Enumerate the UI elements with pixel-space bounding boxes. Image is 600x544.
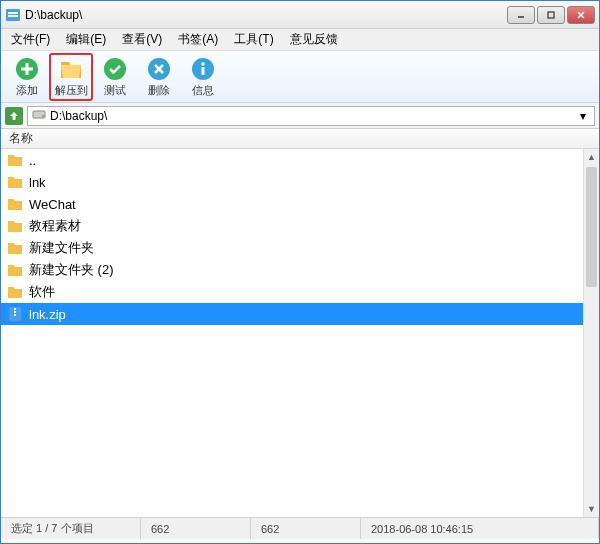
- column-name[interactable]: 名称: [9, 130, 33, 147]
- svg-rect-20: [14, 308, 16, 310]
- scroll-up-icon[interactable]: ▲: [584, 149, 599, 165]
- tool-extract-button[interactable]: 解压到: [49, 53, 93, 101]
- file-name: 软件: [29, 283, 55, 301]
- svg-rect-4: [548, 12, 554, 18]
- svg-rect-21: [14, 311, 16, 313]
- parent-folder-row[interactable]: ..: [1, 149, 599, 171]
- file-list: ..lnkWeChat教程素材新建文件夹新建文件夹 (2)软件lnk.zip ▲…: [1, 149, 599, 517]
- tool-delete-button[interactable]: 删除: [137, 53, 181, 101]
- folder-icon: [7, 196, 23, 212]
- folder-icon: [7, 284, 23, 300]
- add-icon: [14, 56, 40, 82]
- window-title: D:\backup\: [25, 8, 507, 22]
- statusbar: 选定 1 / 7 个项目 662 662 2018-06-08 10:46:15: [1, 517, 599, 539]
- tool-label: 信息: [192, 83, 214, 98]
- svg-rect-22: [14, 314, 16, 316]
- tool-add-button[interactable]: 添加: [5, 53, 49, 101]
- svg-rect-2: [8, 15, 18, 17]
- archive-icon: [7, 306, 23, 322]
- menu-item-5[interactable]: 意见反馈: [284, 29, 344, 50]
- info-icon: [190, 56, 216, 82]
- extract-icon: [58, 56, 84, 82]
- file-row[interactable]: 新建文件夹: [1, 237, 599, 259]
- tool-label: 解压到: [55, 83, 88, 98]
- status-datetime: 2018-06-08 10:46:15: [361, 518, 599, 539]
- titlebar: D:\backup\: [1, 1, 599, 29]
- menu-item-3[interactable]: 书签(A): [172, 29, 224, 50]
- addressbar: D:\backup\ ▾: [1, 103, 599, 129]
- file-row[interactable]: lnk: [1, 171, 599, 193]
- menubar: 文件(F)编辑(E)查看(V)书签(A)工具(T)意见反馈: [1, 29, 599, 51]
- tool-label: 测试: [104, 83, 126, 98]
- address-text: D:\backup\: [50, 109, 572, 123]
- folder-icon: [7, 174, 23, 190]
- svg-rect-1: [8, 12, 18, 14]
- menu-item-0[interactable]: 文件(F): [5, 29, 56, 50]
- file-row[interactable]: 教程素材: [1, 215, 599, 237]
- file-name: lnk: [29, 175, 46, 190]
- close-button[interactable]: [567, 6, 595, 24]
- scrollbar-vertical[interactable]: ▲ ▼: [583, 149, 599, 517]
- file-name: 教程素材: [29, 217, 81, 235]
- file-name: 新建文件夹 (2): [29, 261, 114, 279]
- file-row[interactable]: 软件: [1, 281, 599, 303]
- menu-item-1[interactable]: 编辑(E): [60, 29, 112, 50]
- drive-icon: [32, 107, 46, 124]
- minimize-button[interactable]: [507, 6, 535, 24]
- folder-icon: [7, 262, 23, 278]
- menu-item-2[interactable]: 查看(V): [116, 29, 168, 50]
- svg-rect-9: [21, 67, 33, 70]
- column-header: 名称: [1, 129, 599, 149]
- tool-label: 添加: [16, 83, 38, 98]
- folder-icon: [7, 218, 23, 234]
- scrollbar-thumb[interactable]: [586, 167, 597, 287]
- address-field[interactable]: D:\backup\ ▾: [27, 106, 595, 126]
- menu-item-4[interactable]: 工具(T): [228, 29, 279, 50]
- delete-icon: [146, 56, 172, 82]
- folder-icon: [7, 240, 23, 256]
- file-row[interactable]: 新建文件夹 (2): [1, 259, 599, 281]
- toolbar: 添加解压到测试删除信息: [1, 51, 599, 103]
- up-button[interactable]: [5, 107, 23, 125]
- status-size2: 662: [251, 518, 361, 539]
- svg-point-18: [42, 115, 44, 117]
- tool-info-button[interactable]: 信息: [181, 53, 225, 101]
- file-name: WeChat: [29, 197, 76, 212]
- file-row[interactable]: WeChat: [1, 193, 599, 215]
- window-controls: [507, 6, 595, 24]
- address-dropdown-icon[interactable]: ▾: [576, 109, 590, 123]
- tool-test-button[interactable]: 测试: [93, 53, 137, 101]
- status-selection: 选定 1 / 7 个项目: [1, 518, 141, 539]
- file-name: ..: [29, 153, 36, 168]
- file-row[interactable]: lnk.zip: [1, 303, 599, 325]
- maximize-button[interactable]: [537, 6, 565, 24]
- test-icon: [102, 56, 128, 82]
- app-icon: [5, 7, 21, 23]
- svg-point-10: [104, 58, 126, 80]
- file-name: 新建文件夹: [29, 239, 94, 257]
- svg-point-15: [201, 62, 205, 66]
- svg-rect-16: [202, 67, 205, 75]
- status-size1: 662: [141, 518, 251, 539]
- file-name: lnk.zip: [29, 307, 66, 322]
- tool-label: 删除: [148, 83, 170, 98]
- scroll-down-icon[interactable]: ▼: [584, 501, 599, 517]
- folder-icon: [7, 152, 23, 168]
